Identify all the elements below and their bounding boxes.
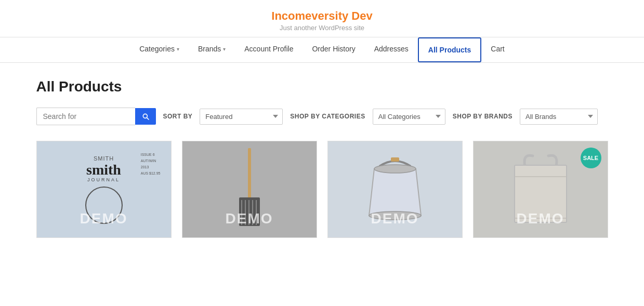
product-image-2: DEMO — [182, 141, 317, 237]
nav-label-addresses: Addresses — [374, 45, 409, 53]
product-image-1: smith smith JOURNAL ISSUE 6AUT/WIN2013AU… — [37, 141, 171, 237]
svg-rect-7 — [391, 157, 399, 162]
product-card-1[interactable]: smith smith JOURNAL ISSUE 6AUT/WIN2013AU… — [36, 141, 172, 238]
product-card-2[interactable]: DEMO — [182, 141, 317, 238]
categories-select[interactable]: All Categories Books Tools Kitchen Stora… — [373, 109, 445, 125]
broom-image — [182, 141, 317, 237]
nav-item-account-profile[interactable]: Account Profile — [235, 37, 303, 62]
smith-side-info: ISSUE 6AUT/WIN2013AUS $12.95 — [141, 152, 161, 177]
search-button[interactable] — [135, 108, 156, 125]
nav-list: Categories ▾ Brands ▾ Account Profile Or… — [0, 37, 644, 62]
product-grid: smith smith JOURNAL ISSUE 6AUT/WIN2013AU… — [36, 141, 608, 238]
page-title: All Products — [36, 78, 608, 95]
smith-text: smith — [94, 155, 114, 162]
svg-rect-10 — [515, 165, 567, 222]
nav-item-cart[interactable]: Cart — [481, 37, 514, 62]
brands-label: SHOP BY BRANDS — [453, 113, 512, 120]
svg-rect-0 — [248, 148, 251, 200]
categories-label: SHOP BY CATEGORIES — [290, 113, 365, 120]
sort-label: SORT BY — [163, 113, 193, 120]
chevron-down-icon: ▾ — [223, 46, 226, 52]
nav-item-all-products[interactable]: All Products — [418, 37, 481, 62]
svg-point-9 — [369, 211, 421, 220]
nav-item-addresses[interactable]: Addresses — [365, 37, 418, 62]
site-tagline: Just another WordPress site — [0, 24, 644, 32]
search-wrapper — [36, 108, 156, 125]
nav-label-all-products: All Products — [428, 46, 471, 54]
nav-label-account-profile: Account Profile — [244, 45, 293, 53]
main-content: All Products SORT BY Featured Price: Low… — [26, 63, 619, 238]
product-card-3[interactable]: DEMO — [327, 141, 463, 238]
nav-label-cart: Cart — [491, 45, 504, 53]
journal-subtitle: JOURNAL — [87, 177, 120, 182]
search-input[interactable] — [36, 108, 135, 125]
sort-select[interactable]: Featured Price: Low to High Price: High … — [200, 109, 283, 125]
bag-svg — [507, 151, 574, 229]
site-title[interactable]: Incomeversity Dev — [271, 9, 372, 22]
search-icon — [141, 112, 150, 121]
chevron-down-icon: ▾ — [177, 46, 179, 52]
nav-label-order-history: Order History — [312, 45, 355, 53]
filter-bar: SORT BY Featured Price: Low to High Pric… — [36, 108, 608, 125]
site-nav: Categories ▾ Brands ▾ Account Profile Or… — [0, 37, 644, 63]
sale-badge: SALE — [581, 148, 601, 168]
nav-label-categories: Categories — [139, 45, 175, 53]
broom-svg — [234, 148, 265, 231]
nav-item-brands[interactable]: Brands ▾ — [189, 37, 235, 62]
bucket-svg — [364, 153, 426, 226]
site-header: Incomeversity Dev Just another WordPress… — [0, 0, 644, 37]
nav-item-order-history[interactable]: Order History — [303, 37, 364, 62]
svg-point-8 — [374, 165, 416, 173]
smith-journal-title: smith — [86, 163, 121, 177]
smith-cover: smith smith JOURNAL ISSUE 6AUT/WIN2013AU… — [37, 141, 171, 237]
brands-select[interactable]: All Brands Smith Journal Generic — [520, 109, 598, 125]
nav-label-brands: Brands — [198, 45, 221, 53]
product-image-4: SALE DEMO — [474, 141, 608, 237]
smith-circle — [85, 187, 123, 224]
bucket-image — [328, 141, 462, 237]
nav-item-categories[interactable]: Categories ▾ — [130, 37, 189, 62]
product-card-4[interactable]: SALE DEMO — [473, 141, 608, 238]
product-image-3: DEMO — [328, 141, 462, 237]
